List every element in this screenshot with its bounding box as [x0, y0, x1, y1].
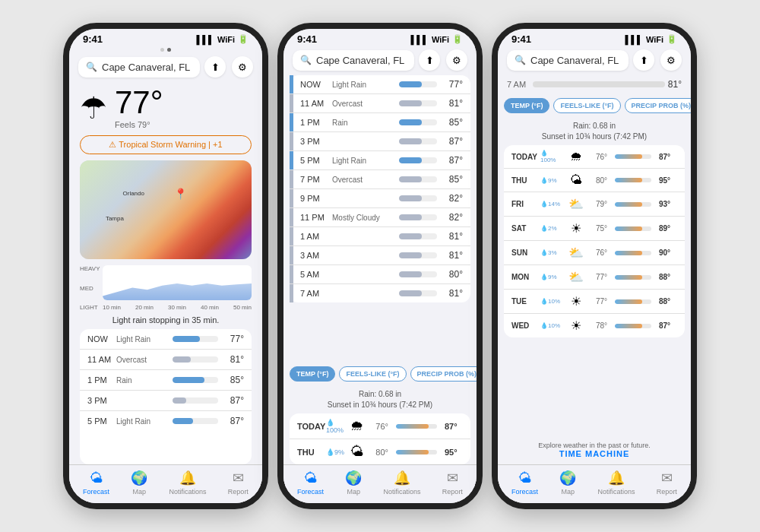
nav-item-notifications[interactable]: 🔔Notifications	[169, 470, 207, 496]
day-bar-p3-1	[615, 178, 651, 182]
nav-label-report: Report	[657, 488, 677, 496]
time-machine-label: Explore weather in the past or future.	[508, 442, 680, 449]
daily-item-p3-3: SAT 💧2% ☀ 75° 89°	[504, 217, 685, 241]
map-area-1[interactable]: Orlando Tampa 📍	[80, 160, 252, 259]
search-bar-1[interactable]: 🔍 Cape Canaveral, FL	[78, 57, 200, 78]
nav-item-forecast[interactable]: 🌤Forecast	[511, 470, 538, 496]
daily-item-p3-1: THU 💧9% 🌤 80° 95°	[504, 169, 685, 192]
nav-item-report[interactable]: ✉Report	[228, 470, 249, 496]
day-bar-p2-0	[396, 424, 437, 429]
search-bar-2[interactable]: 🔍 Cape Canaveral, FL	[293, 50, 414, 71]
nav-item-forecast[interactable]: 🌤Forecast	[83, 470, 109, 496]
rain-graph	[103, 265, 252, 300]
day-icon-p3-0: 🌧	[568, 150, 584, 163]
alert-banner-1[interactable]: ⚠ Tropical Storm Warning | +1	[80, 135, 252, 154]
daily-item-p3-2: FRI 💧14% ⛅ 79° 93°	[504, 192, 685, 217]
tab-btn-p3-1[interactable]: FEELS-LIKE (°F)	[553, 98, 620, 113]
day-bar-fill-p3-0	[615, 154, 642, 159]
rain-wave	[103, 279, 252, 300]
header-icons-3: ⬆ ⚙	[633, 49, 682, 71]
daily-item-p2-0: TODAY 💧100% 🌧 76° 87°	[290, 413, 470, 439]
day-name-p2-1: THU	[297, 448, 321, 457]
hour-cond-p2-1: Overcast	[332, 100, 394, 108]
day-bar-fill-p3-2	[615, 202, 642, 207]
hour-time-p2-4: 5 PM	[300, 156, 328, 165]
search-icon-1: 🔍	[86, 62, 97, 72]
hour-indicator-8	[290, 227, 293, 245]
settings-button-3[interactable]: ⚙	[660, 49, 682, 71]
hour-time-4: 5 PM	[87, 416, 112, 426]
seven-am-row: 7 AM 81°	[498, 75, 691, 93]
header-3: 🔍 Cape Canaveral, FL ⬆ ⚙	[498, 46, 691, 75]
day-precip-p2-1: 💧9%	[326, 448, 344, 456]
phone-2-screen: 9:41 ▌▌▌ WiFi 🔋 🔍 Cape Canaveral, FL ⬆ ⚙	[283, 29, 477, 503]
signal-icon: ▌▌▌	[196, 35, 214, 44]
tab-btn-p3-2[interactable]: PRECIP PROB (%)	[625, 98, 691, 113]
daily-item-p3-7: WED 💧10% ☀ 78° 87°	[504, 314, 685, 337]
nav-item-notifications[interactable]: 🔔Notifications	[598, 470, 635, 496]
nav-item-forecast[interactable]: 🌤Forecast	[297, 470, 324, 496]
header-icons-1: ⬆ ⚙	[204, 56, 253, 78]
nav-item-map[interactable]: 🌍Map	[131, 470, 147, 496]
tab-btn-p2-2[interactable]: PRECIP PROB (%)	[410, 366, 477, 382]
time-machine-button[interactable]: TIME MACHINE	[508, 449, 680, 458]
nav-label-forecast: Forecast	[511, 488, 538, 496]
share-button-3[interactable]: ⬆	[633, 49, 654, 71]
tab-btn-p2-1[interactable]: FEELS-LIKE (°F)	[339, 366, 406, 382]
hour-indicator-5	[290, 170, 293, 188]
header-icons-2: ⬆ ⚙	[419, 49, 467, 71]
day-bar-p3-4	[615, 251, 651, 255]
day-low-p3-5: 77°	[589, 273, 607, 281]
share-button-1[interactable]: ⬆	[204, 56, 226, 78]
bottom-nav-1: 🌤Forecast🌍Map🔔Notifications✉Report	[69, 464, 262, 503]
day-icon-p2-1: 🌤	[349, 444, 366, 460]
day-icon-p3-2: ⛅	[568, 197, 584, 211]
tab-btn-p2-0[interactable]: TEMP (°F)	[290, 366, 335, 382]
nav-item-notifications[interactable]: 🔔Notifications	[384, 470, 421, 496]
day-low-p2-0: 76°	[370, 422, 388, 431]
settings-button-2[interactable]: ⚙	[446, 49, 467, 71]
hour-temp-3: 87°	[223, 395, 244, 406]
hourly-detail-item-1: 11 AM Overcast 81°	[290, 94, 470, 113]
hourly-detail-item-11: 7 AM 81°	[290, 284, 470, 302]
dots-indicator-1	[69, 46, 262, 53]
hourly-detail-item-5: 7 PM Overcast 85°	[290, 170, 470, 189]
nav-icon-report: ✉	[233, 470, 244, 486]
settings-button-1[interactable]: ⚙	[232, 56, 253, 78]
hour-temp-p2-0: 77°	[442, 79, 463, 90]
nav-item-map[interactable]: 🌍Map	[345, 470, 362, 496]
nav-item-report[interactable]: ✉Report	[442, 470, 463, 496]
share-button-2[interactable]: ⬆	[419, 49, 440, 71]
hour-bar-container-0	[173, 336, 218, 342]
hour-bar-fill-p2-5	[399, 176, 422, 182]
day-high-p3-1: 95°	[659, 176, 677, 185]
rain-t2: 20 min	[135, 304, 154, 311]
hour-temp-1: 81°	[223, 354, 244, 365]
day-bar-p3-7	[615, 324, 651, 328]
hourly-detail-item-0: NOW Light Rain 77°	[290, 75, 470, 94]
signal-icon-2: ▌▌▌	[410, 35, 428, 44]
hour-bar-container-3	[173, 397, 218, 404]
day-icon-p3-3: ☀	[568, 221, 584, 236]
temp-1: 77°	[115, 87, 163, 119]
hour-time-p2-11: 7 AM	[300, 289, 328, 298]
hour-indicator-11	[290, 284, 293, 302]
hour-temp-p2-11: 81°	[442, 288, 463, 299]
day-icon-p3-1: 🌤	[568, 173, 584, 187]
hour-time-p2-10: 5 AM	[300, 270, 328, 279]
search-bar-3[interactable]: 🔍 Cape Canaveral, FL	[507, 50, 629, 71]
nav-label-map: Map	[562, 488, 575, 496]
daily-item-p3-5: MON 💧9% ⛅ 77° 88°	[504, 265, 685, 290]
hour-temp-p2-5: 85°	[442, 174, 463, 185]
hour-cond-p2-4: Light Rain	[332, 157, 394, 165]
hour-bar-fill-p2-7	[399, 214, 422, 220]
hour-time-p2-3: 3 PM	[300, 137, 328, 146]
nav-item-report[interactable]: ✉Report	[657, 470, 677, 496]
tab-btn-p3-0[interactable]: TEMP (°F)	[504, 98, 549, 113]
hour-temp-p2-2: 85°	[442, 117, 463, 128]
rain-label-med: MED	[80, 285, 101, 292]
hour-cond-p2-5: Overcast	[332, 176, 394, 184]
day-precip-p3-0: 💧100%	[540, 150, 563, 163]
nav-item-map[interactable]: 🌍Map	[559, 470, 576, 496]
dot-2	[167, 48, 171, 52]
